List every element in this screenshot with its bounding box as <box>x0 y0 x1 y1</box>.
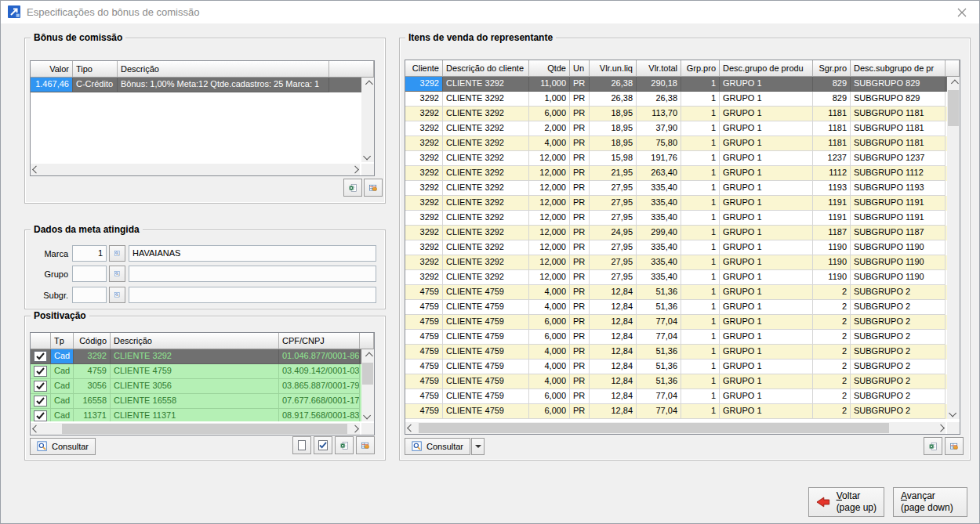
itens-cell: CLIENTE 3292 <box>443 121 529 136</box>
itens-row[interactable]: 3292CLIENTE 32926,000PR18,95113,701GRUPO… <box>405 107 960 121</box>
itens-row[interactable]: 4759CLIENTE 47594,000PR12,8451,361GRUPO … <box>405 360 960 374</box>
itens-header-cell[interactable]: Un <box>570 60 590 77</box>
itens-row[interactable]: 4759CLIENTE 47594,000PR12,8451,361GRUPO … <box>405 374 960 389</box>
scrollbar-thumb[interactable] <box>62 424 347 434</box>
scrollbar-thumb[interactable] <box>419 423 889 433</box>
bonus-row[interactable]: 1.467,46C-CréditoBônus: 1,00% Meta:12 Qt… <box>31 78 374 92</box>
check-all-button[interactable] <box>314 436 332 454</box>
itens-row[interactable]: 4759CLIENTE 47596,000PR12,8477,041GRUPO … <box>405 330 960 345</box>
scroll-up-arrow[interactable] <box>361 349 374 362</box>
voltar-button[interactable]: Voltar (page up) <box>808 487 884 517</box>
positivacao-row[interactable]: Cad3292CLIENTE 329201.046.877/0001-86 <box>31 349 374 364</box>
scroll-down-arrow[interactable] <box>361 409 374 421</box>
itens-export-excel-button[interactable] <box>924 437 942 455</box>
bonus-header-cell[interactable]: Descrição <box>118 61 329 78</box>
positivacao-cell: Cad <box>51 349 74 364</box>
subgrupo-code-field[interactable] <box>72 287 107 303</box>
positivacao-row[interactable]: Cad3056CLIENTE 305603.865.887/0001-79 <box>31 379 374 394</box>
itens-vertical-scrollbar[interactable] <box>947 77 960 419</box>
subgrupo-description-field[interactable] <box>129 287 376 303</box>
bonus-header-cell[interactable]: Tipo <box>73 61 118 78</box>
positivacao-row[interactable]: Cad11371CLIENTE 1137108.917.568/0001-83 <box>31 409 374 421</box>
itens-header-cell[interactable]: Grp.pro <box>681 60 720 77</box>
bonus-export-report-button[interactable] <box>364 179 383 197</box>
positivacao-export-excel-button[interactable] <box>335 436 354 454</box>
positivacao-header-cell[interactable]: Tp <box>51 333 74 349</box>
itens-row[interactable]: 3292CLIENTE 329212,000PR24,95299,401GRUP… <box>405 226 960 240</box>
itens-export-report-button[interactable] <box>945 437 964 455</box>
itens-header-cell[interactable]: Cliente <box>405 60 443 77</box>
itens-header-cell[interactable]: Descrição do cliente <box>443 60 529 77</box>
itens-row[interactable]: 3292CLIENTE 329212,000PR27,95335,401GRUP… <box>405 255 960 270</box>
scroll-left-arrow[interactable] <box>405 422 418 434</box>
scroll-up-arrow[interactable] <box>361 78 374 90</box>
itens-row[interactable]: 3292CLIENTE 32922,000PR18,9537,901GRUPO … <box>405 121 960 136</box>
itens-header-cell[interactable]: Sgr.pro <box>813 60 851 77</box>
scroll-up-arrow[interactable] <box>947 77 960 89</box>
itens-row[interactable]: 4759CLIENTE 47596,000PR12,8477,041GRUPO … <box>405 404 960 419</box>
positivacao-row[interactable]: Cad4759CLIENTE 475903.409.142/0001-03 <box>31 364 374 379</box>
positivacao-horizontal-scrollbar[interactable] <box>31 423 360 435</box>
row-checkbox[interactable] <box>34 410 47 421</box>
marca-code-field[interactable]: 1 <box>72 245 107 262</box>
itens-row[interactable]: 3292CLIENTE 329212,000PR15,98191,761GRUP… <box>405 151 960 166</box>
row-checkbox[interactable] <box>34 396 47 407</box>
itens-cell: 12,84 <box>590 404 637 419</box>
itens-row[interactable]: 3292CLIENTE 329212,000PR27,95335,401GRUP… <box>405 211 960 226</box>
itens-header-cell[interactable]: Qtde <box>529 60 570 77</box>
itens-row[interactable]: 4759CLIENTE 47594,000PR12,8451,361GRUPO … <box>405 285 960 300</box>
itens-header-cell[interactable]: Vlr.un.liq <box>590 60 637 77</box>
itens-row[interactable]: 3292CLIENTE 329211,000PR26,38290,181GRUP… <box>405 77 960 92</box>
itens-row[interactable]: 4759CLIENTE 47596,000PR12,8477,041GRUPO … <box>405 389 960 404</box>
itens-row[interactable]: 3292CLIENTE 32924,000PR18,9575,801GRUPO … <box>405 136 960 151</box>
scroll-right-arrow[interactable] <box>347 164 360 175</box>
row-checkbox[interactable] <box>34 381 47 392</box>
bonus-export-excel-button[interactable] <box>343 179 362 197</box>
positivacao-export-report-button[interactable] <box>356 436 375 454</box>
itens-consultar-button[interactable]: Consultar <box>405 438 470 455</box>
positivacao-header-cell[interactable]: Descrição <box>111 333 279 349</box>
itens-row[interactable]: 4759CLIENTE 47594,000PR12,8451,361GRUPO … <box>405 345 960 360</box>
scrollbar-thumb[interactable] <box>362 363 373 385</box>
row-checkbox[interactable] <box>34 366 47 377</box>
itens-row[interactable]: 3292CLIENTE 32921,000PR26,3826,381GRUPO … <box>405 92 960 107</box>
itens-header-cell[interactable]: Desc.grupo de produ <box>720 60 813 77</box>
positivacao-header-cell[interactable]: Código <box>74 333 111 349</box>
bonus-horizontal-scrollbar[interactable] <box>31 164 360 175</box>
positivacao-row[interactable]: Cad16558CLIENTE 1655807.677.668/0001-17 <box>31 394 374 409</box>
itens-row[interactable]: 3292CLIENTE 329212,000PR27,95335,401GRUP… <box>405 240 960 255</box>
positivacao-header-cell[interactable] <box>31 333 51 349</box>
scroll-right-arrow[interactable] <box>347 423 360 435</box>
itens-consultar-dropdown-button[interactable] <box>471 438 485 455</box>
bonus-header-cell[interactable]: Valor <box>31 61 73 78</box>
itens-row[interactable]: 3292CLIENTE 329212,000PR27,95335,401GRUP… <box>405 196 960 211</box>
bonus-vertical-scrollbar[interactable] <box>361 78 374 162</box>
itens-row[interactable]: 3292CLIENTE 329212,000PR27,95335,401GRUP… <box>405 181 960 196</box>
scrollbar-thumb[interactable] <box>948 90 959 126</box>
positivacao-consultar-button[interactable]: Consultar <box>30 438 96 455</box>
avancar-button[interactable]: Avançar (page down) <box>893 487 967 517</box>
positivacao-header-cell[interactable]: CPF/CNPJ <box>279 333 360 349</box>
positivacao-vertical-scrollbar[interactable] <box>361 349 374 421</box>
close-button[interactable] <box>945 1 979 23</box>
scroll-right-arrow[interactable] <box>933 422 946 434</box>
itens-row[interactable]: 3292CLIENTE 329212,000PR27,95335,401GRUP… <box>405 270 960 285</box>
marca-description-field[interactable]: HAVAIANAS <box>129 245 376 262</box>
marca-lookup-button[interactable] <box>109 245 125 262</box>
itens-header-cell[interactable]: Desc.subgrupo de pr <box>851 60 946 77</box>
scroll-down-arrow[interactable] <box>361 150 374 162</box>
scroll-left-arrow[interactable] <box>31 423 43 435</box>
uncheck-all-button[interactable] <box>292 436 311 454</box>
row-checkbox[interactable] <box>34 351 47 362</box>
scroll-down-arrow[interactable] <box>947 407 960 419</box>
subgrupo-lookup-button[interactable] <box>109 287 125 303</box>
itens-horizontal-scrollbar[interactable] <box>405 422 946 434</box>
itens-row[interactable]: 4759CLIENTE 47594,000PR12,8451,361GRUPO … <box>405 300 960 315</box>
scroll-left-arrow[interactable] <box>31 164 43 175</box>
itens-row[interactable]: 3292CLIENTE 329212,000PR21,95263,401GRUP… <box>405 166 960 181</box>
itens-header-cell[interactable]: Vlr.total <box>637 60 681 77</box>
itens-row[interactable]: 4759CLIENTE 47596,000PR12,8477,041GRUPO … <box>405 315 960 330</box>
grupo-code-field[interactable] <box>72 266 107 282</box>
grupo-description-field[interactable] <box>129 266 376 282</box>
grupo-lookup-button[interactable] <box>109 266 125 282</box>
